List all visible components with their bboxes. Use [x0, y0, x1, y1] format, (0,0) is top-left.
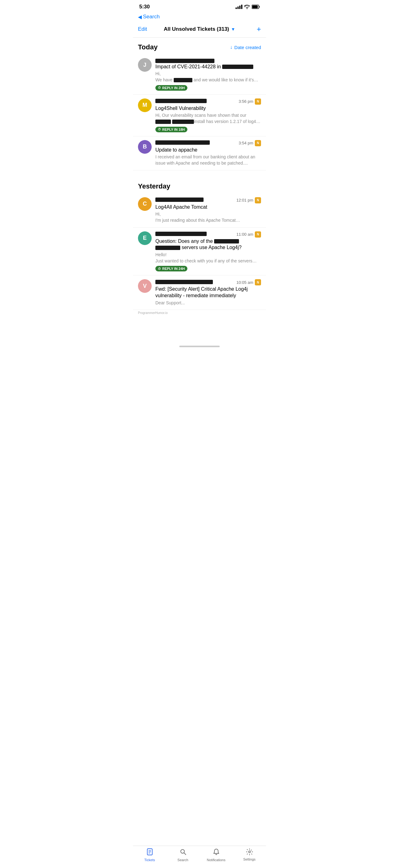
wifi-icon: [244, 5, 250, 9]
ticket-time: 12:01 pm: [236, 198, 253, 203]
page-title[interactable]: All Unsolved Tickets (313) ▼: [164, 26, 235, 32]
ticket-preview: Dear Support...: [155, 300, 261, 306]
ticket-requester: [155, 279, 236, 284]
tab-settings[interactable]: Settings: [233, 848, 266, 862]
ticket-top: 3:56 pm N: [155, 98, 261, 105]
redacted-name: [155, 280, 213, 284]
yesterday-section-header: Yesterday: [133, 177, 266, 193]
signal-icon: [235, 5, 243, 9]
back-button[interactable]: ◀ Search: [138, 14, 160, 20]
svg-point-9: [249, 851, 251, 853]
chevron-down-icon: ▼: [231, 27, 235, 32]
ticket-body: 10:05 am N Fwd: [Security Alert] Critica…: [155, 279, 261, 306]
ticket-preview: Hi,I'm just reading about this Apache To…: [155, 211, 261, 223]
ticket-subject: Update to appache: [155, 147, 261, 153]
add-button[interactable]: +: [246, 25, 261, 34]
back-arrow-icon: ◀: [138, 14, 142, 20]
ticket-preview: Hi,We have and we would like to know if …: [155, 71, 261, 83]
watermark: ProgrammerHumor.io: [133, 310, 266, 316]
tab-settings-label: Settings: [243, 858, 256, 861]
ticket-subject: Fwd: [Security Alert] Critical Apache Lo…: [155, 286, 261, 299]
today-label: Today: [138, 43, 158, 51]
svg-line-8: [184, 853, 186, 855]
clock-icon: ⏱: [158, 128, 161, 131]
ticket-top: 10:05 am N: [155, 279, 261, 285]
tab-search[interactable]: Search: [166, 848, 200, 862]
redacted-name: [155, 59, 215, 63]
tab-search-label: Search: [177, 858, 188, 862]
ticket-item[interactable]: V 10:05 am N Fwd: [Security Alert] Criti…: [133, 275, 266, 310]
tab-tickets-label: Tickets: [144, 858, 155, 862]
yesterday-label: Yesterday: [138, 182, 170, 190]
tickets-icon: [146, 848, 153, 857]
clock-icon: ⏱: [158, 267, 161, 271]
avatar: C: [138, 197, 152, 211]
redacted-text: [172, 120, 194, 124]
ticket-top: [155, 58, 261, 63]
edit-button[interactable]: Edit: [138, 26, 153, 32]
tab-bar: Tickets Search Notifications Settings: [133, 846, 266, 868]
nav-bar: ◀ Search: [133, 12, 266, 23]
date-filter-button[interactable]: ↓ Date created: [230, 44, 261, 50]
tab-notifications-label: Notifications: [207, 858, 226, 862]
redacted-text: [214, 239, 239, 244]
reply-label: REPLY IN 18H: [162, 128, 185, 131]
status-icons: [235, 5, 260, 9]
ticket-body: 3:56 pm N Log4Shell Vulnerability Hi, Ou…: [155, 98, 261, 132]
ticket-subject: Log4All Apache Tomcat: [155, 204, 261, 211]
ticket-requester: [155, 231, 236, 236]
search-icon: [180, 848, 187, 857]
redacted-name: [155, 99, 207, 103]
ticket-meta: 10:05 am N: [236, 279, 261, 285]
ticket-time: 11:00 am: [236, 232, 253, 237]
ticket-meta: 11:00 am N: [236, 231, 261, 238]
title-text: All Unsolved Tickets (313): [164, 26, 229, 32]
redacted-text: [155, 120, 171, 124]
ticket-requester: [155, 58, 261, 63]
tab-notifications[interactable]: Notifications: [200, 848, 233, 862]
back-label: Search: [143, 14, 160, 20]
battery-icon: [252, 5, 260, 9]
ticket-body: 3:54 pm N Update to appache I received a…: [155, 140, 261, 166]
redacted-text: [222, 65, 253, 69]
ticket-item[interactable]: E 11:00 am N Question: Does any of the s…: [133, 228, 266, 276]
redacted-name: [155, 197, 203, 202]
ticket-body: 11:00 am N Question: Does any of the ser…: [155, 231, 261, 272]
redacted-text: [174, 78, 192, 82]
ticket-list: Today ↓ Date created J Impact of CVE-202…: [133, 38, 266, 344]
ticket-meta: 12:01 pm N: [236, 197, 261, 204]
ticket-top: 3:54 pm N: [155, 140, 261, 146]
home-indicator: [179, 346, 220, 347]
status-time: 5:30: [139, 4, 150, 10]
reply-label: REPLY IN 20H: [162, 86, 185, 90]
ticket-item[interactable]: M 3:56 pm N Log4Shell Vulnerability Hi, …: [133, 95, 266, 136]
clock-icon: ⏱: [158, 86, 161, 89]
today-section-header: Today ↓ Date created: [133, 38, 266, 54]
ticket-body: Impact of CVE-2021-44228 in Hi,We have a…: [155, 58, 261, 91]
ticket-body: 12:01 pm N Log4All Apache Tomcat Hi,I'm …: [155, 197, 261, 224]
reply-label: REPLY IN 24H: [162, 267, 185, 271]
ticket-subject: Impact of CVE-2021-44228 in: [155, 64, 261, 70]
redacted-name: [155, 141, 210, 145]
avatar: V: [138, 279, 152, 293]
ticket-preview: I received an email from our banking cli…: [155, 154, 261, 166]
ticket-item[interactable]: C 12:01 pm N Log4All Apache Tomcat Hi,I'…: [133, 193, 266, 228]
bell-icon: [213, 848, 220, 857]
ticket-item[interactable]: B 3:54 pm N Update to appache I received…: [133, 136, 266, 170]
reply-badge: ⏱ REPLY IN 20H: [155, 85, 188, 91]
sort-down-icon: ↓: [230, 44, 232, 50]
new-badge: N: [255, 197, 261, 204]
redacted-name: [155, 232, 207, 236]
ticket-item[interactable]: J Impact of CVE-2021-44228 in Hi,We have…: [133, 54, 266, 95]
avatar: M: [138, 98, 152, 112]
ticket-time: 3:54 pm: [239, 141, 253, 145]
ticket-meta: 3:54 pm N: [239, 140, 261, 146]
gear-icon: [246, 848, 253, 857]
new-badge: N: [255, 279, 261, 285]
tab-tickets[interactable]: Tickets: [133, 848, 166, 862]
ticket-top: 11:00 am N: [155, 231, 261, 238]
avatar: J: [138, 58, 152, 72]
ticket-preview: Hi, Our vulnerability scans have shown t…: [155, 113, 261, 125]
reply-badge: ⏱ REPLY IN 24H: [155, 266, 188, 272]
avatar: B: [138, 140, 152, 154]
